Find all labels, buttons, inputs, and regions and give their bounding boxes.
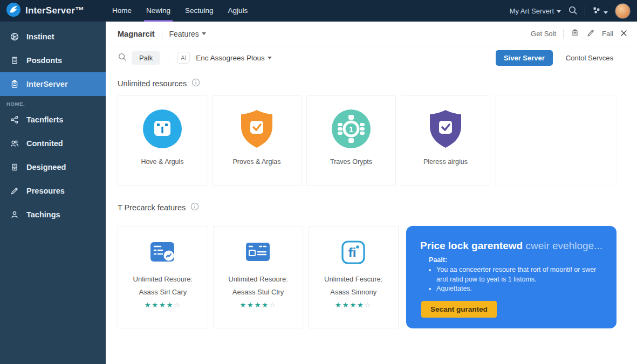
svg-text:1: 1 — [349, 125, 353, 134]
resource-card[interactable]: Hove & Arguls — [118, 95, 207, 186]
apps-grid-dropdown[interactable] — [592, 6, 608, 16]
divider — [169, 52, 169, 63]
contol-servces-button[interactable]: Contol Servces — [563, 53, 617, 63]
top-bar: InterServer™ Home Newing Sectuing Agjuls… — [0, 0, 637, 22]
sidebar-item-label: Designeed — [26, 163, 66, 171]
resource-card-label: Pleress airgius — [423, 158, 468, 166]
promo-bullet: Aquiettates. — [436, 284, 602, 294]
cabinet-icon — [10, 162, 19, 172]
building-icon — [10, 56, 19, 65]
pen-icon[interactable] — [586, 29, 595, 39]
sidebar-item-designeed[interactable]: Designeed — [0, 155, 106, 179]
feature-card-line2: Asass Sirl Cary — [139, 288, 187, 296]
info-icon[interactable] — [190, 202, 199, 212]
feature-card-line1: Unlimited Resoure: — [228, 275, 288, 283]
resources-cards-row: Hove & Arguls Proves & Argias — [106, 95, 637, 186]
globe-icon — [10, 32, 19, 42]
resource-card[interactable]: Proves & Argias — [212, 95, 302, 186]
top-nav: Home Newing Sectuing Agjuls — [112, 0, 248, 22]
section-title-resources: Unlimited resources — [106, 69, 637, 95]
clipboard-icon[interactable] — [571, 29, 579, 39]
app-window: InterServer™ Home Newing Sectuing Agjuls… — [0, 0, 637, 364]
sidebar: Instinet Posdonts InterServer HOME. — [0, 22, 106, 364]
teal-gear-circle-icon: 1 — [331, 106, 372, 152]
resource-card-label: Proves & Argias — [233, 158, 281, 166]
info-icon[interactable] — [191, 78, 200, 88]
features-cards-row: Unlimited Resoure: Asass Sirl Cary ★★★★☆ — [106, 226, 637, 328]
chevron-down-icon — [557, 10, 561, 13]
search-icon[interactable] — [118, 52, 127, 64]
chevron-down-icon — [268, 57, 272, 59]
chevron-down-icon — [604, 11, 608, 14]
sidebar-item-tacnflerts[interactable]: Tacnflerts — [0, 108, 106, 132]
fi-badge-icon: fi — [341, 238, 366, 266]
users-icon — [10, 139, 19, 148]
search-icon[interactable] — [568, 5, 578, 17]
ai-icon[interactable]: AI — [177, 52, 190, 64]
nav-sectuing[interactable]: Sectuing — [185, 0, 214, 22]
interserver-logo-icon — [6, 3, 20, 19]
sidebar-item-presoures[interactable]: Presoures — [0, 179, 106, 203]
feature-card[interactable]: fi Unlimited Fescure: Asass Sinnony ★★★★… — [308, 226, 399, 328]
feature-card-line2: Aesass Stul Clry — [232, 288, 284, 296]
feature-card-line1: Unlimited Fescure: — [324, 275, 382, 283]
pencil-icon — [10, 186, 19, 196]
sidebar-item-label: Posdonts — [26, 56, 62, 65]
sidebar-item-tachings[interactable]: Tachings — [0, 203, 106, 226]
star-rating: ★★★★☆ — [145, 301, 181, 309]
siver-server-button[interactable]: Siver Server — [496, 50, 553, 66]
page-title: Magnarcit — [118, 30, 155, 38]
price-lock-promo-card: Price lock garentewd cweir evehloge... P… — [406, 226, 617, 328]
sidebar-item-instinet[interactable]: Instinet — [0, 25, 106, 49]
nav-newing[interactable]: Newing — [146, 0, 170, 22]
sidebar-item-contnited[interactable]: Contnited — [0, 132, 106, 155]
resource-card-label: Hove & Arguls — [141, 158, 183, 166]
section-title-features: T Precarck features — [106, 186, 637, 219]
divider — [585, 6, 585, 16]
fail-link[interactable]: Fail — [602, 30, 613, 38]
secant-guranted-button[interactable]: Secant guranted — [421, 301, 497, 318]
brand-name: InterServer™ — [25, 5, 84, 16]
star-rating: ★★★★☆ — [239, 301, 276, 309]
sidebar-item-label: Tacnflerts — [26, 115, 63, 124]
palk-chip[interactable]: Palk — [132, 51, 160, 65]
feature-card-line2: Asass Sinnony — [330, 288, 376, 296]
nav-home[interactable]: Home — [112, 0, 132, 22]
blue-outlet-circle-icon — [142, 106, 183, 152]
purple-check-shield-icon — [426, 106, 465, 152]
feature-card[interactable]: Unlimited Resoure: Aesass Stul Clry ★★★★… — [213, 226, 304, 328]
sidebar-item-label: Instinet — [26, 32, 54, 41]
star-rating: ★★★★☆ — [335, 301, 372, 309]
divider — [162, 30, 162, 38]
close-icon[interactable] — [620, 30, 627, 38]
divider — [563, 29, 564, 39]
toolbar: Palk AI Enc Assogrees Plous Siver Server… — [106, 46, 637, 69]
resource-card[interactable]: Pleress airgius — [401, 95, 490, 186]
chevron-down-icon — [202, 32, 206, 35]
sidebar-item-posdonts[interactable]: Posdonts — [0, 49, 106, 72]
filter-dropdown[interactable]: Enc Assogrees Plous — [196, 54, 272, 62]
promo-subtitle: Paalt: — [429, 256, 602, 264]
nav-agjuls[interactable]: Agjuls — [228, 0, 248, 22]
brand[interactable]: InterServer™ — [0, 3, 106, 19]
get-solt-link[interactable]: Get Solt — [531, 30, 556, 38]
user-icon — [10, 210, 19, 219]
promo-title: Price lock garentewd cweir evehloge... — [420, 240, 602, 252]
share-nodes-icon — [10, 115, 19, 125]
sidebar-item-label: Presoures — [26, 187, 65, 195]
promo-bullet-list: You aa conceerter resoure that rort of m… — [429, 265, 602, 294]
main-content: Magnarcit Features Get Solt — [106, 22, 637, 364]
account-dropdown[interactable]: My Art Servert — [510, 7, 561, 15]
resource-card[interactable]: 1 Traves Orypts — [306, 95, 396, 186]
resource-card-label: Traves Orypts — [330, 158, 372, 166]
empty-card-slot — [495, 95, 617, 186]
feature-card[interactable]: Unlimited Resoure: Asass Sirl Cary ★★★★☆ — [118, 226, 208, 328]
topbar-right: My Art Servert — [510, 3, 637, 19]
sidebar-item-label: Tachings — [26, 210, 60, 219]
sidebar-item-label: Contnited — [26, 139, 63, 148]
features-dropdown[interactable]: Features — [169, 30, 206, 38]
user-avatar[interactable] — [615, 3, 631, 19]
sidebar-section-label: HOME. — [0, 96, 106, 108]
sidebar-item-interserver[interactable]: InterServer — [0, 72, 106, 96]
dashboard-chart-icon — [149, 238, 176, 266]
